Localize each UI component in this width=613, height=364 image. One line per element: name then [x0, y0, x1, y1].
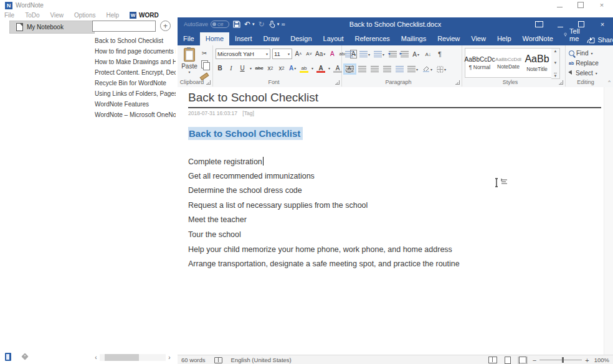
- font-size-select[interactable]: 11 ▾: [272, 49, 292, 59]
- zoom-out-icon[interactable]: −: [533, 357, 536, 364]
- document-line[interactable]: Tour the school: [188, 230, 592, 245]
- tab-wordnote[interactable]: WordNote: [517, 32, 559, 45]
- styles-scroll-down-icon[interactable]: ▼: [554, 61, 558, 65]
- document-line[interactable]: Request a list of necessary supplies fro…: [188, 201, 592, 216]
- sidebar-hscrollbar[interactable]: ‹ ›: [92, 353, 173, 362]
- hscroll-track[interactable]: [100, 354, 166, 361]
- document-canvas[interactable]: Back to School Checklist 2018-07-31 16:0…: [178, 87, 613, 355]
- collapse-ribbon-icon[interactable]: ^: [608, 79, 611, 85]
- document-line[interactable]: Determine the school dress code: [188, 186, 592, 201]
- scroll-left-icon[interactable]: ‹: [92, 354, 100, 361]
- menu-todo[interactable]: ToDo: [25, 12, 39, 19]
- word-launch-button[interactable]: W WORD: [130, 12, 159, 19]
- page-list-item[interactable]: WordNote Features: [95, 99, 176, 110]
- document-line[interactable]: Arrange transportation, designate a safe…: [188, 259, 592, 274]
- hscroll-thumb[interactable]: [105, 354, 139, 361]
- tab-design[interactable]: Design: [285, 32, 317, 45]
- zoom-in-icon[interactable]: +: [585, 357, 589, 364]
- wordnote-minimize-icon[interactable]: [553, 1, 566, 9]
- zoom-level[interactable]: 100%: [594, 357, 609, 363]
- page-list-item[interactable]: Using Links of Folders, Pages, and Par: [95, 88, 176, 99]
- font-dialog-launcher-icon[interactable]: [335, 80, 340, 85]
- select-button[interactable]: Select ▾: [569, 68, 599, 78]
- paste-button[interactable]: Paste ▾: [180, 48, 199, 78]
- tab-layout[interactable]: Layout: [318, 32, 349, 45]
- ribbon-display-options-icon[interactable]: [528, 17, 549, 31]
- bold-icon[interactable]: B: [216, 63, 224, 73]
- styles-scroll-up-icon[interactable]: ▲: [554, 49, 558, 53]
- superscript-icon[interactable]: x2: [277, 63, 286, 73]
- styles-dialog-launcher-icon[interactable]: [559, 80, 563, 85]
- style-notedate[interactable]: AaBbCcDdI NoteDate: [494, 49, 523, 77]
- highlight-dropdown-icon[interactable]: ▾: [311, 66, 313, 70]
- document-vscrollbar[interactable]: [604, 87, 613, 355]
- copy-icon[interactable]: [200, 59, 209, 69]
- document-heading-selected[interactable]: Back to School Checklist: [188, 127, 303, 140]
- tell-me-box[interactable]: Tell me: [559, 25, 587, 45]
- asian-layout-icon[interactable]: A▾: [412, 49, 421, 59]
- justify-icon[interactable]: [383, 64, 391, 74]
- tag-icon[interactable]: [21, 353, 28, 360]
- multilevel-list-icon[interactable]: ▾: [374, 49, 385, 59]
- borders-icon[interactable]: ▾: [437, 64, 447, 74]
- menu-options[interactable]: Options: [74, 12, 95, 19]
- numbering-icon[interactable]: ▾: [359, 49, 371, 59]
- document-line[interactable]: Get all recommended immunizations: [188, 172, 592, 187]
- paste-dropdown-icon[interactable]: ▾: [188, 70, 190, 74]
- share-button[interactable]: Share: [587, 36, 613, 44]
- document-line[interactable]: Complete registration: [188, 157, 592, 172]
- underline-icon[interactable]: U: [238, 63, 247, 73]
- page-list-item[interactable]: Recycle Bin for WordNote: [95, 78, 176, 88]
- text-effects-icon[interactable]: A▾: [288, 63, 297, 73]
- word-count[interactable]: 60 words: [181, 357, 206, 363]
- menu-help[interactable]: Help: [106, 12, 119, 19]
- print-layout-icon[interactable]: [503, 357, 513, 364]
- increase-indent-icon[interactable]: [400, 49, 409, 59]
- read-mode-icon[interactable]: [488, 357, 498, 364]
- menu-file[interactable]: File: [4, 12, 14, 19]
- tab-references[interactable]: References: [349, 32, 396, 45]
- font-name-select[interactable]: Microsoft YaH ▾: [216, 49, 270, 59]
- replace-button[interactable]: ab Replace: [569, 58, 599, 68]
- page-list-item[interactable]: How to Make Drawings and Handwritir: [95, 57, 176, 67]
- font-color-dropdown-icon[interactable]: ▾: [328, 66, 330, 70]
- wordnote-restore-icon[interactable]: [574, 1, 587, 9]
- page-list-item[interactable]: WordNote – Microsoft OneNote Alterr: [95, 110, 176, 120]
- tab-home[interactable]: Home: [200, 32, 229, 45]
- tab-file[interactable]: File: [178, 32, 200, 45]
- bullets-icon[interactable]: ▾: [345, 49, 356, 59]
- line-spacing-icon[interactable]: ▾: [407, 64, 419, 74]
- grow-font-icon[interactable]: A˄: [294, 49, 303, 59]
- align-left-icon[interactable]: [345, 64, 354, 74]
- clipboard-dialog-launcher-icon[interactable]: [206, 80, 211, 85]
- tab-review[interactable]: Review: [432, 32, 465, 45]
- underline-dropdown-icon[interactable]: ▾: [250, 66, 252, 70]
- tab-draw[interactable]: Draw: [258, 32, 285, 45]
- show-formatting-icon[interactable]: ¶: [435, 49, 444, 59]
- find-button[interactable]: Find ▾: [569, 49, 599, 58]
- align-right-icon[interactable]: [370, 64, 379, 74]
- character-shading-icon[interactable]: A: [333, 63, 342, 73]
- document-body[interactable]: Complete registration Get all recommende…: [188, 157, 592, 274]
- tab-help[interactable]: Help: [492, 32, 517, 45]
- web-layout-icon[interactable]: [518, 357, 528, 364]
- word-close-icon[interactable]: ×: [592, 17, 613, 31]
- clear-formatting-icon[interactable]: A: [328, 49, 336, 59]
- paragraph-dialog-launcher-icon[interactable]: [455, 80, 460, 85]
- decrease-indent-icon[interactable]: [388, 49, 397, 59]
- my-notebook-button[interactable]: My Notebook: [9, 21, 95, 34]
- align-center-icon[interactable]: [358, 64, 366, 74]
- style-normal[interactable]: AaBbCcDc ¶ Normal: [465, 49, 494, 77]
- style-notetitle[interactable]: AaBb NoteTitle: [523, 49, 551, 77]
- note-tag[interactable]: [Tag]: [242, 110, 254, 116]
- wordnote-close-icon[interactable]: ×: [596, 1, 608, 9]
- shading-icon[interactable]: ▾: [422, 64, 433, 74]
- zoom-track[interactable]: [539, 360, 582, 360]
- italic-icon[interactable]: I: [227, 63, 235, 73]
- tab-insert[interactable]: Insert: [229, 32, 258, 45]
- distribute-icon[interactable]: [395, 64, 404, 74]
- page-list-item[interactable]: Protect Content. Encrypt, Decrypt, W: [95, 67, 176, 78]
- zoom-thumb[interactable]: [562, 357, 564, 363]
- page-list-item[interactable]: How to find page documents in Wordr: [95, 46, 176, 57]
- add-page-button[interactable]: +: [160, 21, 171, 31]
